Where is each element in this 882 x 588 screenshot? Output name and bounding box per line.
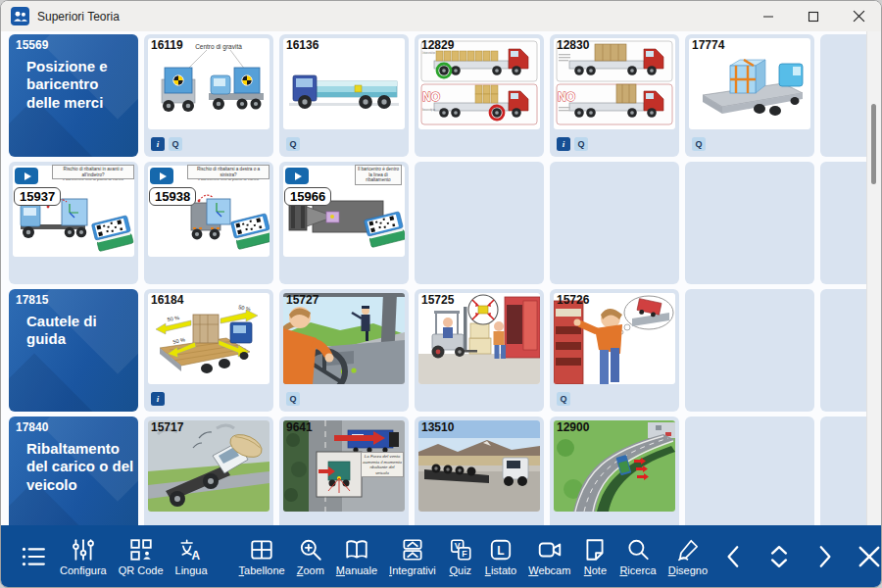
play-button[interactable]	[15, 168, 38, 184]
toolbar-button-manuale[interactable]: Manuale	[330, 525, 383, 587]
image-card-15726[interactable]: 15726 Q	[550, 289, 679, 412]
search-icon	[625, 537, 651, 563]
webcam-icon	[537, 537, 563, 563]
toolbar-button-disegno[interactable]: Disegno	[662, 525, 713, 587]
window-controls	[746, 1, 881, 31]
list-view-button[interactable]	[13, 525, 54, 587]
video-caption: Il baricentro è dentro la linea di ribal…	[355, 165, 403, 185]
toolbar-label: Listato	[485, 565, 516, 576]
qr-code-icon	[128, 537, 154, 563]
info-badge[interactable]: i	[557, 137, 570, 151]
badge-row: i Q	[557, 137, 588, 151]
empty-cell	[550, 162, 679, 284]
image-card-17774[interactable]: 17774 Q	[685, 34, 814, 157]
toolbar-button-listato[interactable]: L Listato	[479, 525, 522, 587]
caption-centro-di-gravita: Centro di gravità	[195, 43, 242, 51]
video-caption: Rischio di ribaltarsi in avanti o all'in…	[52, 165, 134, 179]
chapter-card-17840[interactable]: 17840 Ribaltamento del carico o del veic…	[9, 416, 138, 525]
toolbar-label: Webcam	[528, 565, 570, 576]
card-number: 17815	[16, 293, 48, 307]
card-number: 15569	[16, 38, 48, 52]
scrollbar-thumb[interactable]	[871, 104, 876, 184]
image-card-16119[interactable]: Centro di gravità 16119	[144, 34, 273, 157]
prev-page-button[interactable]	[713, 533, 755, 580]
quiz-badge[interactable]: Q	[286, 137, 300, 151]
card-number: 15938	[149, 187, 196, 206]
toolbar-label: Note	[584, 565, 607, 576]
quiz-badge[interactable]: Q	[692, 137, 706, 151]
toolbar-button-zoom[interactable]: Zoom	[291, 525, 330, 587]
card-number: 15727	[286, 293, 318, 307]
quiz-badge[interactable]: Q	[169, 137, 182, 151]
app-window: Superiori Teoria 15569 Posizione e baric…	[0, 0, 882, 588]
chapter-title: Posizione e baricentro delle merci	[26, 58, 134, 112]
image-card-12829[interactable]: Distribuzione corretta del peso NO Sovra…	[415, 34, 544, 157]
quiz-badge[interactable]: Q	[557, 392, 570, 406]
percent-label: 50 %	[172, 336, 186, 345]
video-caption: Rischio di ribaltarsi a destra o a sinis…	[187, 165, 270, 179]
toolbar-label: Lingua	[175, 565, 208, 576]
image-card-15725[interactable]: 15725	[415, 289, 544, 412]
image-card-16184[interactable]: 50 % 50 % 50 % 16184 i	[144, 289, 273, 412]
exit-button[interactable]	[849, 533, 882, 580]
minimize-button[interactable]	[746, 1, 791, 31]
card-number: 15726	[557, 293, 589, 307]
card-number: 17840	[16, 420, 48, 434]
image-card-15717[interactable]: 15717	[144, 416, 273, 525]
toolbar-button-lingua[interactable]: A Lingua	[170, 525, 214, 587]
close-button[interactable]	[836, 1, 881, 31]
image-card-9641[interactable]: 9641 La Forza del vento aumenta il momen…	[279, 416, 409, 525]
next-page-button[interactable]	[804, 533, 845, 580]
label-axle-overload: Sovraccarico degli assi	[422, 108, 435, 112]
video-card-15966[interactable]: 15966 Il baricentro è dentro la linea di…	[279, 162, 409, 284]
video-card-15937[interactable]: 15937 Rischio di ribaltarsi in avanti o …	[9, 162, 138, 284]
chevron-right-icon	[811, 542, 837, 571]
info-badge[interactable]: i	[151, 392, 165, 406]
toolbar-navigation	[713, 533, 882, 580]
image-card-15727[interactable]: 15727 Q	[279, 289, 409, 412]
wind-force-note: La Forza del vento aumenta il momento ri…	[361, 452, 404, 477]
scrollbar[interactable]	[866, 31, 881, 525]
empty-cell	[685, 289, 814, 412]
expand-collapse-button[interactable]	[759, 533, 800, 580]
percent-label: 50 %	[167, 315, 179, 322]
quiz-badge[interactable]: Q	[286, 392, 300, 406]
play-button[interactable]	[285, 168, 309, 184]
chapter-card-17815[interactable]: 17815 Cautele di guida	[9, 289, 138, 412]
info-badge[interactable]: i	[151, 137, 165, 151]
toolbar-button-note[interactable]: Note	[576, 525, 613, 587]
image-card-13510[interactable]: 13510	[415, 416, 544, 525]
card-number: 15717	[151, 420, 183, 434]
chapter-card-15569[interactable]: 15569 Posizione e baricentro delle merci	[9, 34, 138, 157]
badge-row: i Q	[151, 137, 182, 151]
image-card-12830[interactable]: NO 12830 i Q	[550, 34, 679, 157]
listato-letter: L	[497, 543, 504, 557]
toolbar-button-tabellone[interactable]: Tabellone	[233, 525, 291, 587]
empty-cell	[685, 416, 814, 525]
maximize-icon	[808, 11, 819, 23]
percent-label: 50 %	[238, 304, 252, 312]
stacked-images-icon	[400, 537, 425, 563]
note-icon	[582, 537, 608, 563]
true-false-icon: V F	[448, 537, 473, 563]
maximize-button[interactable]	[791, 1, 836, 31]
close-x-icon	[855, 542, 882, 571]
toolbar-button-webcam[interactable]: Webcam	[522, 525, 576, 587]
chapter-title: Ribaltamento del carico o del veicolo	[26, 440, 134, 494]
sliders-icon	[71, 537, 96, 563]
toolbar-button-qr-code[interactable]: QR Code	[113, 525, 170, 587]
card-number: 16119	[151, 38, 183, 52]
window-title: Superiori Teoria	[37, 10, 746, 24]
toolbar-button-quiz[interactable]: V F Quiz	[442, 525, 479, 587]
image-card-12900[interactable]: 12900	[550, 416, 679, 525]
card-number: 9641	[286, 420, 313, 434]
play-button[interactable]	[150, 168, 173, 184]
video-card-15938[interactable]: 15938 Rischio di ribaltarsi a destra o a…	[144, 162, 273, 284]
toolbar-button-configura[interactable]: Configura	[54, 525, 113, 587]
quiz-badge[interactable]: Q	[574, 137, 588, 151]
toolbar-button-integrativi[interactable]: Integrativi	[383, 525, 442, 587]
pen-draw-icon	[675, 537, 701, 563]
bottom-toolbar: Configura QR Code A Lingua Tabellone	[1, 525, 881, 587]
toolbar-button-ricerca[interactable]: Ricerca	[613, 525, 662, 587]
image-card-16136[interactable]: 16136 Q	[279, 34, 409, 157]
